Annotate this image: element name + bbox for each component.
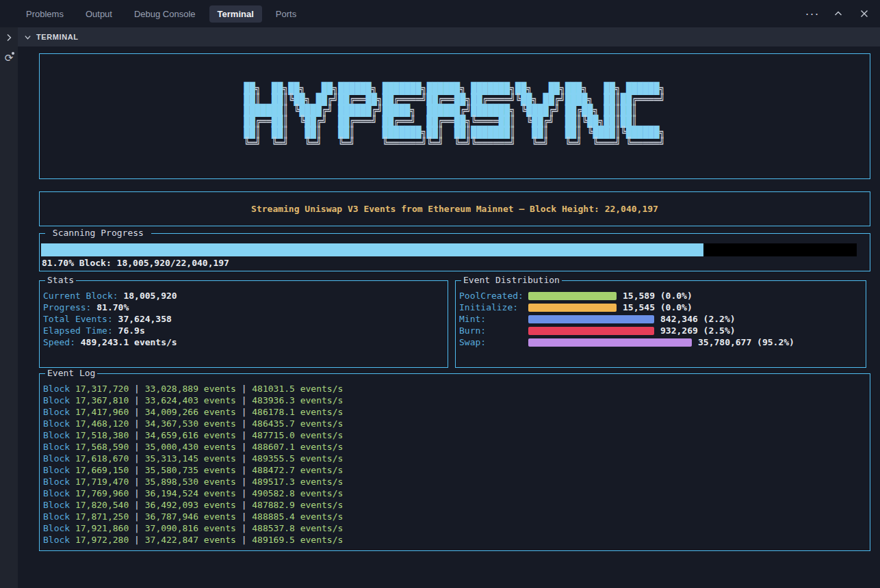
distribution-label: PoolCreated: — [459, 291, 528, 301]
vscode-bottom-panel: ProblemsOutputDebug ConsoleTerminalPorts… — [0, 0, 880, 588]
distribution-bar — [528, 292, 617, 300]
event-log-row: Block 17,518,380 | 34,659,616 events | 4… — [43, 429, 866, 441]
close-icon[interactable] — [858, 8, 870, 20]
event-log-row: Block 17,820,540 | 36,492,093 events | 4… — [43, 499, 866, 511]
distribution-bar — [528, 315, 654, 323]
chevron-down-icon — [24, 34, 31, 41]
distribution-value: 932,269 (2.5%) — [660, 325, 736, 336]
distribution-row: Mint:842,346 (2.2%) — [459, 313, 862, 325]
distribution-value: 35,780,677 (95.2%) — [698, 337, 794, 347]
tab-output[interactable]: Output — [77, 5, 120, 23]
terminal-content[interactable]: ██╗ ██╗██╗ ██╗██████╗ ███████╗██████╗ ██… — [18, 46, 880, 588]
event-log-row: Block 17,568,590 | 35,000,430 events | 4… — [43, 441, 866, 453]
distribution-row: PoolCreated:15,589 (0.0%) — [459, 290, 862, 302]
distribution-label: Swap: — [459, 337, 528, 347]
event-distribution-box: Event Distribution PoolCreated:15,589 (0… — [455, 280, 866, 368]
event-log-row: Block 17,317,720 | 33,028,889 events | 4… — [43, 383, 866, 395]
panel-tabbar: ProblemsOutputDebug ConsoleTerminalPorts… — [0, 0, 880, 27]
stats-title: Stats — [45, 275, 76, 286]
progress-bar — [41, 243, 857, 256]
panel-tabs: ProblemsOutputDebug ConsoleTerminalPorts — [18, 5, 305, 23]
event-log-row: Block 17,719,470 | 35,898,530 events | 4… — [43, 476, 866, 487]
event-log-title: Event Log — [45, 368, 97, 379]
event-log-row: Block 17,417,960 | 34,009,266 events | 4… — [43, 406, 866, 418]
stats-distribution-row: Stats Current Block: 18,005,920Progress:… — [39, 280, 880, 368]
distribution-value: 15,589 (0.0%) — [623, 291, 693, 301]
ascii-art-hypersync: ██╗ ██╗██╗ ██╗██████╗ ███████╗██████╗ ██… — [244, 83, 665, 150]
progress-bar-fill — [41, 243, 703, 256]
panel-body: ⟳ TERMINAL ██╗ ██╗██╗ ██╗██████╗ ███████… — [0, 27, 880, 588]
panel-side-strip: ⟳ — [0, 27, 18, 588]
distribution-bar — [528, 327, 654, 335]
stream-info-box: Streaming Uniswap V3 Events from Ethereu… — [39, 191, 870, 226]
distribution-bar — [528, 304, 617, 312]
panel-actions: ··· — [806, 8, 870, 20]
event-log-row: Block 17,468,120 | 34,367,530 events | 4… — [43, 418, 866, 429]
tab-problems[interactable]: Problems — [18, 5, 72, 23]
distribution-value: 842,346 (2.2%) — [660, 314, 736, 324]
hypersync-banner-box: ██╗ ██╗██╗ ██╗██████╗ ███████╗██████╗ ██… — [39, 53, 870, 179]
stat-row: Speed: 489,243.1 events/s — [43, 336, 443, 348]
event-log-row: Block 17,769,960 | 36,194,524 events | 4… — [43, 487, 866, 499]
event-distribution-title: Event Distribution — [461, 275, 562, 286]
event-log-rows: Block 17,317,720 | 33,028,889 events | 4… — [43, 383, 866, 546]
tab-ports[interactable]: Ports — [268, 5, 305, 23]
distribution-row: Initialize:15,545 (0.0%) — [459, 302, 862, 313]
event-log-box: Event Log Block 17,317,720 | 33,028,889 … — [39, 373, 870, 551]
event-log-row: Block 17,618,670 | 35,313,145 events | 4… — [43, 453, 866, 464]
distribution-label: Burn: — [459, 325, 528, 336]
stat-row: Current Block: 18,005,920 — [43, 290, 443, 302]
progress-label: 81.70% Block: 18,005,920/22,040,197 — [42, 257, 857, 269]
event-distribution-rows: PoolCreated:15,589 (0.0%)Initialize:15,5… — [459, 290, 862, 348]
scanning-progress-box: Scanning Progress 81.70% Block: 18,005,9… — [39, 233, 870, 271]
stat-row: Total Events: 37,624,358 — [43, 313, 443, 325]
more-actions-icon[interactable]: ··· — [806, 8, 818, 20]
event-log-row: Block 17,921,860 | 37,090,816 events | 4… — [43, 522, 866, 534]
chevron-up-icon[interactable] — [832, 8, 844, 20]
distribution-row: Burn:932,269 (2.5%) — [459, 325, 862, 336]
event-log-row: Block 17,367,810 | 33,624,403 events | 4… — [43, 395, 866, 406]
sync-icon[interactable]: ⟳ — [5, 53, 14, 63]
tab-terminal[interactable]: Terminal — [209, 5, 262, 23]
distribution-row: Swap:35,780,677 (95.2%) — [459, 336, 862, 348]
terminal-panel: TERMINAL ██╗ ██╗██╗ ██╗██████╗ ███████╗█… — [18, 27, 880, 588]
event-log-row: Block 17,972,280 | 37,422,847 events | 4… — [43, 534, 866, 546]
event-log-row: Block 17,669,150 | 35,580,735 events | 4… — [43, 464, 866, 476]
stats-box: Stats Current Block: 18,005,920Progress:… — [39, 280, 448, 368]
scanning-progress-title: Scanning Progress — [45, 228, 151, 239]
stat-row: Progress: 81.70% — [43, 302, 443, 313]
stats-rows: Current Block: 18,005,920Progress: 81.70… — [43, 290, 443, 348]
distribution-bar — [528, 338, 692, 347]
distribution-label: Initialize: — [459, 302, 528, 312]
distribution-value: 15,545 (0.0%) — [623, 302, 693, 312]
event-log-row: Block 17,871,250 | 36,787,946 events | 4… — [43, 511, 866, 522]
tab-debug-console[interactable]: Debug Console — [126, 5, 204, 23]
distribution-label: Mint: — [459, 314, 528, 324]
stat-row: Elapsed Time: 76.9s — [43, 325, 443, 336]
stream-info-text: Streaming Uniswap V3 Events from Ethereu… — [251, 204, 658, 214]
terminal-section-title: TERMINAL — [36, 33, 79, 41]
chevron-right-icon[interactable] — [3, 31, 15, 44]
terminal-section-header[interactable]: TERMINAL — [18, 27, 880, 46]
